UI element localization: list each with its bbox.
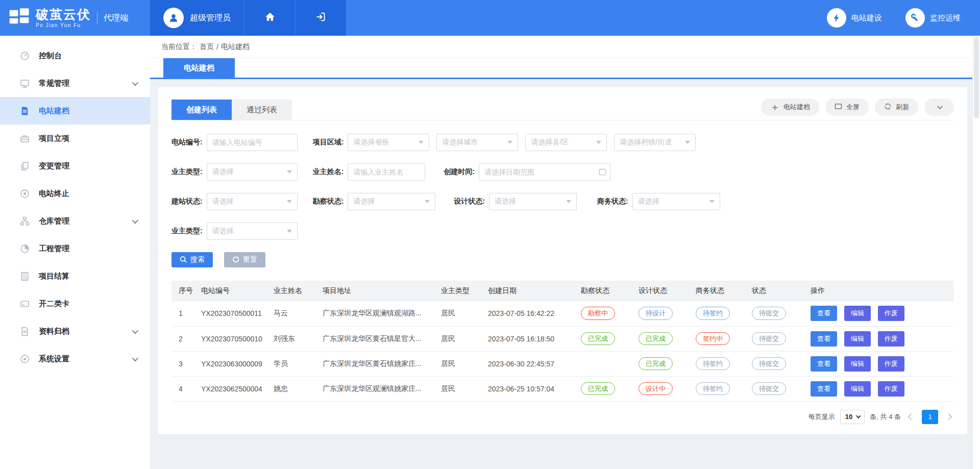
tab-create-list[interactable]: 创建列表 — [172, 100, 232, 120]
owner-name-label: 业主姓名: — [313, 167, 344, 177]
breadcrumb-separator: / — [216, 43, 218, 51]
edit-button[interactable]: 编辑 — [844, 306, 871, 321]
header-spacer — [346, 0, 827, 36]
header-nav: 电站建设 监控运维 — [827, 0, 980, 36]
col-header-address: 项目地址 — [318, 281, 437, 301]
col-header-design: 设计状态 — [634, 281, 692, 301]
design-status-badge: 设计中 — [639, 382, 673, 396]
current-page-button[interactable]: 1 — [922, 410, 938, 424]
sidebar-item-system-settings[interactable]: 系统设置 — [0, 345, 150, 373]
tab-passed-list[interactable]: 通过列表 — [232, 100, 292, 120]
nav-station-build-label: 电站建设 — [851, 13, 882, 23]
calendar-icon — [599, 168, 606, 178]
refresh-button[interactable]: 刷新 — [875, 98, 918, 116]
city-select[interactable]: 请选择城市 — [436, 134, 518, 151]
void-button[interactable]: 作废 — [878, 306, 904, 321]
view-button[interactable]: 查看 — [811, 306, 837, 321]
reset-icon — [232, 256, 239, 264]
sidebar-item-second-class-card[interactable]: 开二类卡 — [0, 290, 150, 317]
sidebar-item-label: 控制台 — [39, 51, 62, 61]
void-button[interactable]: 作废 — [878, 356, 904, 372]
reset-button[interactable]: 重置 — [224, 252, 265, 267]
logout-icon — [315, 11, 327, 24]
chevron-down-icon — [132, 327, 139, 334]
survey-status-label: 勘察状态: — [313, 197, 344, 206]
void-button[interactable]: 作废 — [878, 381, 904, 397]
sidebar-item-change-management[interactable]: 变更管理 — [0, 152, 150, 180]
town-select[interactable]: 请选择村镇/街道 — [614, 134, 696, 151]
header-user-zone: 超级管理员 — [150, 0, 346, 36]
edit-button[interactable]: 编辑 — [844, 381, 871, 397]
sidebar-item-general-management[interactable]: 常规管理 — [0, 69, 150, 97]
sidebar-item-station-termination[interactable]: 电站终止 — [0, 180, 150, 207]
survey-status-select[interactable]: 请选择 — [348, 193, 435, 210]
void-button[interactable]: 作废 — [878, 331, 904, 347]
owner-name-input[interactable] — [348, 163, 425, 181]
edit-button[interactable]: 编辑 — [844, 331, 871, 347]
station-no-label: 电站编号: — [172, 138, 203, 147]
sidebar-item-warehouse[interactable]: 仓库管理 — [0, 207, 150, 235]
business-status-badge: 待签约 — [696, 382, 730, 396]
pagination-suffix: 条, 共 4 条 — [870, 412, 901, 422]
cell-date: 2023-06-25 10:57:04 — [484, 376, 577, 401]
sidebar-item-project-settlement[interactable]: 项目结算 — [0, 262, 150, 290]
nav-monitor-ops-label: 监控运维 — [930, 13, 961, 23]
view-button[interactable]: 查看 — [811, 356, 837, 372]
sidebar-item-data-archive[interactable]: 资料归档 — [0, 317, 150, 345]
breadcrumb-prefix: 当前位置： — [161, 42, 197, 52]
add-station-button[interactable]: ＋ 电站建档 — [761, 98, 819, 116]
station-no-input[interactable] — [207, 134, 298, 151]
sidebar-item-station-archive[interactable]: 电站建档 — [0, 97, 150, 125]
home-button[interactable] — [244, 0, 295, 36]
sidebar-item-project-initiation[interactable]: 项目立项 — [0, 125, 150, 152]
filter-row-3: 建站状态: 请选择 勘察状态: 请选择 设计状态: 请选择 商务状态: 请选择 — [172, 193, 954, 210]
owner-type-select[interactable]: 请选择 — [207, 163, 298, 181]
edit-button[interactable]: 编辑 — [844, 356, 871, 372]
per-page-select[interactable]: 10 — [840, 410, 865, 424]
sidebar-item-label: 仓库管理 — [39, 216, 69, 226]
scrollbar-thumb[interactable] — [974, 37, 979, 118]
view-button[interactable]: 查看 — [811, 381, 837, 397]
create-time-range-picker[interactable] — [479, 163, 610, 181]
sidebar-item-engineering[interactable]: 工程管理 — [0, 235, 150, 262]
next-page-button[interactable] — [945, 413, 952, 420]
nav-station-build[interactable]: 电站建设 — [827, 8, 882, 28]
collapse-panel-button[interactable] — [924, 98, 954, 116]
owner-type2-select[interactable]: 请选择 — [207, 223, 298, 240]
county-select[interactable]: 请选择县/区 — [525, 134, 607, 151]
business-status-badge: 待签约 — [696, 357, 730, 371]
table-row: 2 YX2023070500010 刘强东 广东深圳龙华区黄石镇星官大... 居… — [172, 326, 954, 351]
cell-no: 2 — [172, 326, 197, 351]
fullscreen-button[interactable]: 全屏 — [825, 98, 869, 116]
design-status-label: 设计状态: — [454, 197, 485, 206]
create-time-input[interactable] — [479, 163, 610, 181]
view-button[interactable]: 查看 — [811, 331, 837, 347]
breadcrumb-current: 电站建档 — [221, 42, 250, 52]
pagination: 每页显示 10 条, 共 4 条 1 — [172, 410, 954, 424]
calculator-icon — [19, 271, 30, 281]
business-status-select[interactable]: 请选择 — [632, 193, 720, 210]
prev-page-button[interactable] — [908, 413, 915, 420]
portal-label: 代理端 — [97, 12, 128, 24]
select-caret-icon — [419, 141, 424, 144]
tab-station-archive[interactable]: 电站建档 — [163, 58, 235, 78]
build-status-select[interactable]: 请选择 — [207, 193, 298, 210]
cell-no: 1 — [172, 301, 197, 326]
user-menu[interactable]: 超级管理员 — [150, 0, 244, 36]
build-status-label: 建站状态: — [172, 197, 203, 206]
col-header-actions: 操作 — [806, 281, 954, 301]
province-select[interactable]: 请选择省份 — [348, 134, 429, 151]
logout-button[interactable] — [295, 0, 346, 36]
scrollbar[interactable] — [972, 36, 980, 469]
select-caret-icon — [287, 170, 292, 174]
design-status-select[interactable]: 请选择 — [489, 193, 577, 210]
nav-monitor-ops[interactable]: 监控运维 — [905, 8, 961, 28]
sidebar-item-dashboard[interactable]: 控制台 — [0, 42, 150, 69]
sidebar: 控制台 常规管理 电站建档 项目立项 变更管理 电站终止 仓库管理 工程管理 项… — [0, 36, 150, 469]
search-button[interactable]: 搜索 — [172, 252, 213, 267]
cell-type: 居民 — [437, 326, 484, 351]
create-time-label: 创建时间: — [444, 167, 475, 177]
cell-type: 居民 — [437, 351, 484, 376]
cell-address: 广东深圳龙华区观澜镇姚家庄... — [318, 376, 437, 401]
breadcrumb-home[interactable]: 首页 — [200, 42, 214, 52]
